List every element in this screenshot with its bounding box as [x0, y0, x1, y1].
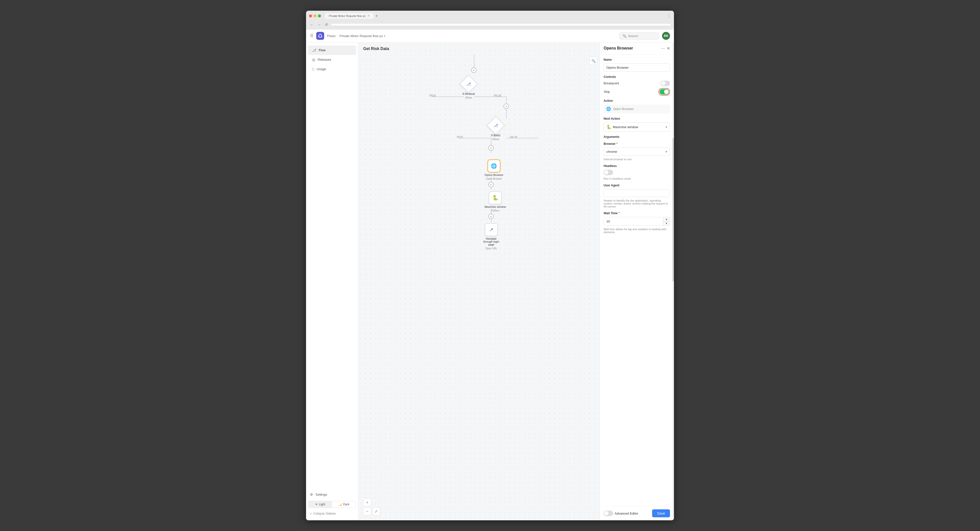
zoom-out-button[interactable]: −	[363, 507, 371, 515]
panel-footer: Advanced Editor Save	[600, 506, 674, 520]
window-maximize-button[interactable]	[318, 14, 321, 18]
next-action-value: Maximise window	[613, 125, 638, 129]
panel-header-actions: ⋯ ✕	[661, 46, 670, 51]
arguments-label: Arguments	[604, 135, 670, 139]
if-ibais-node[interactable]: ⎇ If IBAIS If/Else	[489, 119, 502, 140]
panel-close-button[interactable]: ✕	[667, 46, 670, 51]
skip-label: Skip	[604, 90, 610, 94]
sidebar-item-flow[interactable]: ⎇ Flow	[308, 46, 356, 55]
action-item: 🌐 Open Browser	[604, 105, 670, 113]
browser-menu-button[interactable]: ⋮	[667, 13, 671, 18]
wait-time-input[interactable]	[604, 217, 663, 225]
wait-time-decrement[interactable]: ▼	[663, 222, 670, 225]
sidebar-item-flow-label: Flow	[319, 48, 325, 52]
add-node-false[interactable]: +	[503, 104, 509, 109]
maximise-window-box[interactable]: 🐍	[489, 191, 502, 204]
add-node-button-after-opens[interactable]: +	[488, 182, 494, 187]
light-theme-button[interactable]: ☀ Light	[308, 501, 332, 508]
settings-label: Settings	[315, 493, 327, 496]
breadcrumb-dropdown-icon[interactable]: ▾	[384, 34, 385, 38]
navigate-box[interactable]: ↗	[485, 223, 498, 236]
breadcrumb-current[interactable]: Private Motor Requote flow yo ▾	[340, 34, 385, 38]
opens-browser-sublabel: Open Browser	[486, 177, 502, 180]
maximise-icon: 🐍	[492, 195, 498, 201]
sidebar: ⎇ Flow ◎ Releases □ Usage ⚙ Settings	[306, 43, 358, 521]
window-close-button[interactable]	[309, 14, 312, 18]
sidebar-item-usage[interactable]: □ Usage	[308, 64, 356, 73]
window-minimize-button[interactable]	[313, 14, 317, 18]
browser-select[interactable]: chrome ▾	[604, 148, 670, 156]
reload-button[interactable]: ↺	[324, 22, 329, 28]
breadcrumb-flows[interactable]: Flows	[327, 34, 336, 38]
panel-menu-button[interactable]: ⋯	[661, 46, 665, 51]
panel-scrollbar[interactable]	[673, 43, 674, 521]
settings-icon: ⚙	[310, 493, 313, 496]
add-node-top[interactable]: +	[471, 67, 477, 73]
panel-scrollbar-thumb[interactable]	[673, 138, 674, 281]
navigate-node[interactable]: ↗ Navigate through login page Open URL	[481, 223, 501, 250]
dropdown-chevron-icon: ▾	[665, 125, 667, 129]
opens-browser-box[interactable]: 🌐	[487, 159, 500, 172]
sidebar-settings[interactable]: ⚙ Settings	[306, 490, 358, 499]
name-label: Name	[604, 58, 670, 61]
add-node-before-opens[interactable]: +	[488, 145, 494, 150]
next-action-dropdown[interactable]: 🐍 Maximise window ▾	[604, 123, 670, 132]
maximise-window-node[interactable]: 🐍 Maximise window Python	[485, 191, 506, 212]
if-ibais-box[interactable]: ⎇	[487, 116, 505, 135]
flow-canvas[interactable]: + ⎇ If Winbeat If/Else TRUE FALSE	[358, 55, 600, 521]
add-node-button-after-maximise[interactable]: +	[488, 214, 494, 219]
canvas-search-button[interactable]: 🔍	[589, 57, 597, 65]
maximise-window-sublabel: Python	[492, 209, 499, 212]
advanced-editor-toggle[interactable]	[604, 510, 613, 516]
address-bar[interactable]	[331, 23, 671, 26]
false-connector-h	[474, 97, 506, 97]
browser-tab[interactable]: Private Motor Requote flow yo ✕	[325, 13, 374, 19]
wait-time-helper-text: Wait time allows for lag and variation i…	[604, 228, 670, 234]
open-browser-icon: 🌐	[606, 107, 611, 112]
headless-toggle[interactable]	[604, 170, 613, 175]
dark-theme-button[interactable]: 🌙 Dark	[332, 501, 356, 508]
skip-row: Skip	[604, 88, 670, 96]
new-tab-button[interactable]: +	[374, 13, 380, 19]
add-node-after-opens[interactable]: +	[488, 182, 494, 187]
forward-button[interactable]: →	[317, 22, 322, 28]
action-name: Open Browser	[613, 107, 634, 111]
if-winbeat-box[interactable]: ⎇	[460, 75, 478, 93]
ibais-true-h	[459, 138, 491, 138]
tab-close-icon[interactable]: ✕	[368, 14, 369, 17]
collapse-sidebar-button[interactable]: « Collapse Sidebar	[306, 510, 358, 517]
breadcrumb-separator: /	[337, 34, 338, 38]
add-node-after-maximise[interactable]: +	[488, 214, 494, 219]
add-node-button-false[interactable]: +	[503, 104, 509, 109]
opens-browser-node[interactable]: 🌐 Opens Browser Open Browser	[485, 159, 503, 180]
save-button[interactable]: Save	[652, 509, 670, 517]
skip-toggle[interactable]	[660, 89, 669, 94]
controls-section: Controls Breakpoint Skip	[604, 75, 670, 96]
sidebar-item-releases-label: Releases	[318, 58, 331, 61]
browser-select-chevron: ▾	[665, 150, 667, 153]
breadcrumb: Flows / Private Motor Requote flow yo ▾	[327, 34, 385, 38]
name-input[interactable]	[604, 64, 670, 72]
theme-toggle[interactable]: ☀ Light 🌙 Dark	[308, 501, 356, 508]
tab-label: Private Motor Requote flow yo	[329, 14, 366, 18]
if-winbeat-node[interactable]: ⎇ If Winbeat If/Else	[462, 77, 475, 99]
app-grid-icon[interactable]: ⠿	[310, 33, 313, 38]
app-logo	[316, 32, 324, 40]
if-winbeat-sublabel: If/Else	[465, 96, 472, 99]
user-agent-input[interactable]	[604, 189, 670, 197]
arguments-section: Arguments	[604, 135, 670, 139]
search-bar[interactable]: 🔍 Search	[619, 32, 659, 40]
expand-button[interactable]: ⤢	[372, 507, 380, 515]
breakpoint-toggle[interactable]	[660, 81, 670, 86]
sidebar-item-releases[interactable]: ◎ Releases	[308, 55, 356, 64]
wait-time-increment[interactable]: ▲	[663, 217, 670, 222]
add-node-button[interactable]: +	[471, 67, 477, 73]
back-button[interactable]: ←	[309, 22, 315, 28]
zoom-in-button[interactable]: +	[363, 498, 371, 506]
canvas-search-icon[interactable]: 🔍	[589, 57, 597, 65]
right-panel: Opens Browser ⋯ ✕ Name Controls	[600, 43, 674, 521]
add-node-button-before-opens[interactable]: +	[488, 145, 494, 150]
expand-canvas-button[interactable]: ⤢	[372, 507, 380, 515]
user-agent-section: User Agent Header to identify the the ap…	[604, 183, 670, 208]
wait-time-input-row: ▲ ▼	[604, 217, 670, 226]
